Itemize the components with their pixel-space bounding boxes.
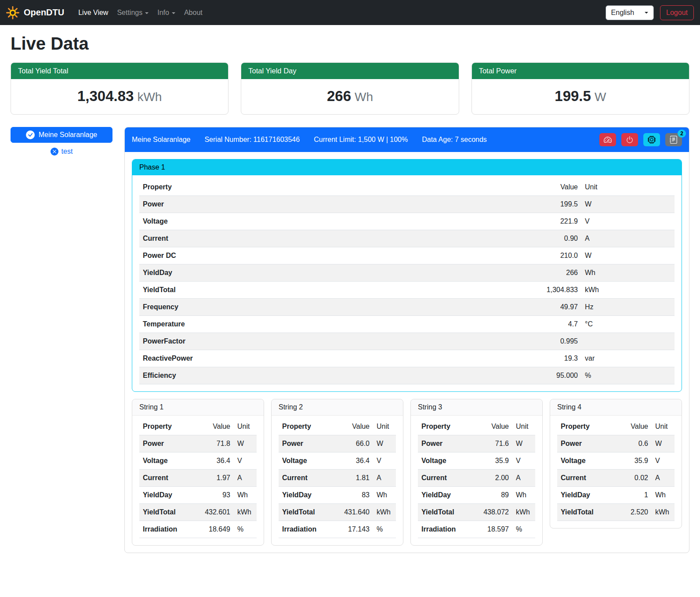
property-cell: Frequency bbox=[139, 299, 529, 316]
property-cell: YieldDay bbox=[418, 487, 475, 504]
value-cell: 83 bbox=[336, 487, 373, 504]
inverter-panel-header: Meine Solaranlage Serial Number: 1161716… bbox=[125, 127, 689, 152]
column-value: Value bbox=[197, 418, 234, 435]
value-cell: 71.6 bbox=[475, 435, 512, 452]
table-row: YieldDay83Wh bbox=[279, 487, 396, 504]
value-cell: 2.520 bbox=[615, 504, 652, 521]
property-cell: Current bbox=[139, 470, 197, 487]
table-row: Power71.6W bbox=[418, 435, 535, 452]
nav-settings[interactable]: Settings bbox=[112, 5, 153, 20]
phase-card: Phase 1 Property Value Unit bbox=[132, 159, 682, 392]
unit-cell: W bbox=[581, 247, 675, 264]
unit-cell: V bbox=[234, 452, 257, 470]
card-title: Total Yield Day bbox=[241, 63, 458, 79]
table-row: Power0.6W bbox=[557, 435, 675, 452]
value-cell: 432.601 bbox=[197, 504, 234, 521]
limit-settings-button[interactable] bbox=[599, 133, 616, 146]
table-row: Temperature4.7°C bbox=[139, 316, 675, 333]
property-cell: Voltage bbox=[279, 452, 336, 470]
table-row: YieldTotal431.640kWh bbox=[279, 504, 396, 521]
unit-cell: kWh bbox=[373, 504, 396, 521]
property-cell: PowerFactor bbox=[139, 333, 529, 350]
nav-info[interactable]: Info bbox=[153, 5, 180, 20]
column-unit: Unit bbox=[581, 179, 675, 196]
string-4-card: String 4 Property Value Unit bbox=[550, 399, 682, 528]
unit-cell: Wh bbox=[581, 264, 675, 282]
property-cell: Irradiation bbox=[139, 521, 197, 538]
card-value: 199.5 bbox=[555, 88, 591, 104]
nav-about[interactable]: About bbox=[180, 5, 207, 20]
string-2-table: Property Value Unit Power66.0WVoltage36.… bbox=[279, 418, 396, 538]
inverter-data-age: Data Age: 7 seconds bbox=[422, 136, 487, 144]
unit-cell: % bbox=[581, 367, 675, 384]
unit-cell bbox=[581, 333, 675, 350]
event-log-button[interactable]: 2 bbox=[665, 133, 682, 146]
column-property: Property bbox=[557, 418, 615, 435]
unit-cell: A bbox=[512, 470, 535, 487]
table-header-row: Property Value Unit bbox=[279, 418, 396, 435]
column-unit: Unit bbox=[512, 418, 535, 435]
string-title: String 4 bbox=[550, 399, 682, 416]
property-cell: Current bbox=[557, 470, 615, 487]
unit-cell: % bbox=[373, 521, 396, 538]
value-cell: 0.6 bbox=[615, 435, 652, 452]
value-cell: 17.143 bbox=[336, 521, 373, 538]
power-button[interactable] bbox=[621, 133, 638, 146]
inverter-selected-button[interactable]: Meine Solaranlage bbox=[11, 127, 112, 143]
value-cell: 35.9 bbox=[615, 452, 652, 470]
caret-down-icon bbox=[145, 12, 149, 14]
column-property: Property bbox=[139, 418, 197, 435]
property-cell: Voltage bbox=[139, 452, 197, 470]
unit-cell: V bbox=[373, 452, 396, 470]
inverter-item-test[interactable]: test bbox=[11, 148, 112, 156]
logout-button[interactable]: Logout bbox=[660, 5, 694, 20]
total-power-card: Total Power 199.5W bbox=[472, 62, 689, 115]
unit-cell: A bbox=[652, 470, 675, 487]
content-row: Meine Solaranlage test Meine Solaranlage bbox=[11, 127, 689, 553]
string-1-table: Property Value Unit Power71.8WVoltage36.… bbox=[139, 418, 257, 538]
device-info-button[interactable] bbox=[643, 133, 660, 146]
value-cell: 19.3 bbox=[529, 350, 581, 367]
nav-live-view[interactable]: Live View bbox=[74, 5, 112, 20]
unit-cell: A bbox=[373, 470, 396, 487]
property-cell: YieldTotal bbox=[139, 282, 529, 299]
value-cell: 89 bbox=[475, 487, 512, 504]
property-cell: YieldDay bbox=[139, 487, 197, 504]
card-value: 266 bbox=[327, 88, 351, 104]
language-select[interactable]: English bbox=[606, 5, 654, 20]
unit-cell: Hz bbox=[581, 299, 675, 316]
value-cell: 35.9 bbox=[475, 452, 512, 470]
nav-settings-label: Settings bbox=[117, 9, 142, 16]
property-cell: YieldTotal bbox=[279, 504, 336, 521]
unit-cell: V bbox=[512, 452, 535, 470]
card-unit: kWh bbox=[137, 90, 162, 104]
table-row: YieldTotal2.520kWh bbox=[557, 504, 675, 521]
unit-cell: kWh bbox=[512, 504, 535, 521]
string-3-card: String 3 Property Value Unit bbox=[410, 399, 543, 546]
unit-cell: A bbox=[234, 470, 257, 487]
unit-cell: Wh bbox=[373, 487, 396, 504]
top-navbar: OpenDTU Live View Settings Info About En… bbox=[0, 0, 700, 25]
value-cell: 36.4 bbox=[336, 452, 373, 470]
brand[interactable]: OpenDTU bbox=[6, 6, 64, 19]
unit-cell: V bbox=[581, 213, 675, 230]
unit-cell: % bbox=[234, 521, 257, 538]
column-value: Value bbox=[336, 418, 373, 435]
value-cell: 1.97 bbox=[197, 470, 234, 487]
value-cell: 0.02 bbox=[615, 470, 652, 487]
unit-cell: W bbox=[581, 196, 675, 213]
table-row: Power71.8W bbox=[139, 435, 257, 452]
table-row: Frequency49.97Hz bbox=[139, 299, 675, 316]
column-value: Value bbox=[475, 418, 512, 435]
property-cell: YieldTotal bbox=[418, 504, 475, 521]
string-title: String 2 bbox=[272, 399, 403, 416]
table-row: YieldDay266Wh bbox=[139, 264, 675, 282]
string-1-card: String 1 Property Value Unit bbox=[132, 399, 264, 546]
value-cell: 210.0 bbox=[529, 247, 581, 264]
property-cell: Irradiation bbox=[418, 521, 475, 538]
column-value: Value bbox=[529, 179, 581, 196]
string-4-table: Property Value Unit Power0.6WVoltage35.9… bbox=[557, 418, 675, 521]
main-container: Live Data Total Yield Total 1,304.83kWh … bbox=[0, 25, 700, 564]
unit-cell: V bbox=[652, 452, 675, 470]
table-header-row: Property Value Unit bbox=[557, 418, 675, 435]
